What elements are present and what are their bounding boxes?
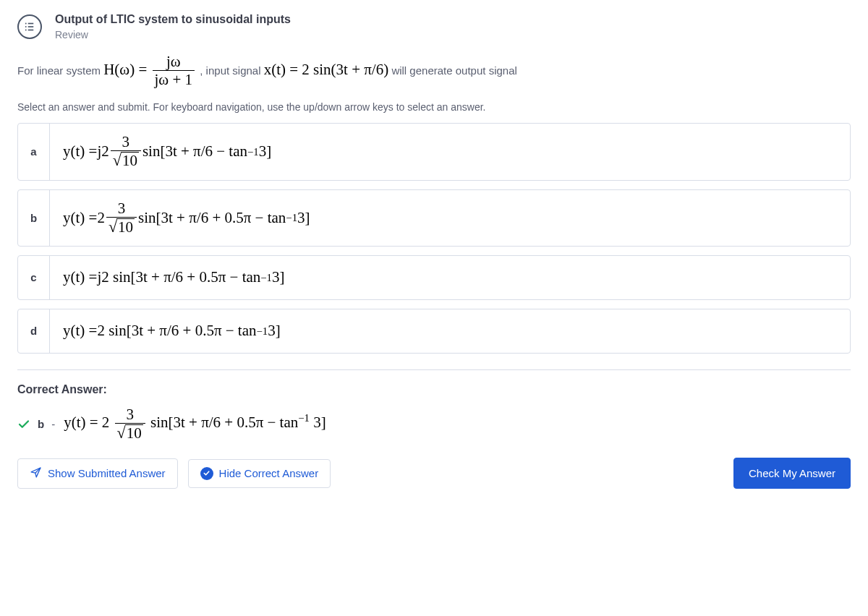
rad-10: 10 xyxy=(116,218,135,236)
question-header: Output of LTIC system to sinusoidal inpu… xyxy=(17,13,851,40)
close-3: 3] xyxy=(268,322,281,340)
answer-letter-b: b xyxy=(18,190,50,246)
answer-content-c: y(t) = j2 sin[3t + π/6 + 0.5π − tan−1 3] xyxy=(50,256,850,299)
frac-num: jω xyxy=(164,54,183,70)
frac-den: jω + 1 xyxy=(153,70,195,88)
close-3: 3] xyxy=(297,209,310,227)
question-pre: For linear system xyxy=(17,64,103,77)
correct-letter: b xyxy=(38,418,44,430)
y-eq: y(t) = xyxy=(63,209,97,227)
coef-j2: j2 xyxy=(97,142,109,161)
coef-2: 2 xyxy=(102,414,110,431)
svg-point-2 xyxy=(25,26,27,27)
answer-letter-d: d xyxy=(18,309,50,353)
svg-point-0 xyxy=(25,23,27,25)
sin-part: j2 sin[3t + π/6 + 0.5π − tan xyxy=(97,268,260,286)
instruction-text: Select an answer and submit. For keyboar… xyxy=(17,101,851,113)
question-list-icon xyxy=(17,14,42,39)
close-3: 3] xyxy=(272,268,285,286)
question-body: For linear system H(ω) = jω jω + 1 , inp… xyxy=(17,54,851,88)
svg-point-4 xyxy=(25,30,27,31)
answer-content-b: y(t) = 2 3 √10 sin[3t + π/6 + 0.5π − tan… xyxy=(50,190,850,246)
show-submitted-button[interactable]: Show Submitted Answer xyxy=(17,458,178,489)
close-3: 3] xyxy=(310,414,326,431)
y-eq: y(t) = xyxy=(64,414,102,431)
transfer-fraction: jω jω + 1 xyxy=(153,54,195,88)
answer-content-a: y(t) = j2 3 √10 sin[3t + π/6 − tan−1 3] xyxy=(50,124,850,179)
answer-option-a[interactable]: a y(t) = j2 3 √10 sin[3t + π/6 − tan−1 3… xyxy=(17,123,851,180)
correct-answer-math: y(t) = 2 3 √10 sin[3t + π/6 + 0.5π − tan… xyxy=(64,406,326,442)
paper-plane-icon xyxy=(30,466,42,481)
rad-10: 10 xyxy=(121,152,139,169)
answer-option-b[interactable]: b y(t) = 2 3 √10 sin[3t + π/6 + 0.5π − t… xyxy=(17,189,851,247)
close-3: 3] xyxy=(259,142,272,161)
dash: - xyxy=(51,418,55,430)
sin-part: sin[3t + π/6 − tan xyxy=(142,142,247,161)
check-my-answer-button[interactable]: Check My Answer xyxy=(733,458,851,489)
question-post: will generate output signal xyxy=(391,64,516,77)
frac-correct: 3 √10 xyxy=(115,406,145,442)
check-circle-icon xyxy=(200,467,213,480)
num-3: 3 xyxy=(116,200,128,217)
question-title: Output of LTIC system to sinusoidal inpu… xyxy=(55,13,291,26)
section-divider xyxy=(17,369,851,370)
sqrt-10: √10 xyxy=(117,424,143,442)
show-submitted-label: Show Submitted Answer xyxy=(48,467,166,479)
frac-a: 3 √10 xyxy=(111,134,141,169)
h-label: H(ω) = xyxy=(103,61,150,78)
frac-b: 3 √10 xyxy=(106,200,137,236)
answer-option-c[interactable]: c y(t) = j2 sin[3t + π/6 + 0.5π − tan−1 … xyxy=(17,255,851,300)
y-eq: y(t) = xyxy=(63,142,97,161)
y-eq: y(t) = xyxy=(63,322,97,340)
hide-correct-button[interactable]: Hide Correct Answer xyxy=(188,459,331,488)
question-mid: , input signal xyxy=(200,64,263,77)
sup-neg1: −1 xyxy=(298,412,310,424)
question-subtitle: Review xyxy=(55,29,291,40)
sin-part: sin[3t + π/6 + 0.5π − tan xyxy=(150,414,298,431)
answer-option-d[interactable]: d y(t) = 2 sin[3t + π/6 + 0.5π − tan−1 3… xyxy=(17,309,851,354)
hide-correct-label: Hide Correct Answer xyxy=(219,467,319,479)
sin-part: 2 sin[3t + π/6 + 0.5π − tan xyxy=(97,322,256,340)
sqrt-10: √10 xyxy=(109,218,135,236)
correct-answer-heading: Correct Answer: xyxy=(17,383,851,396)
y-eq: y(t) = xyxy=(63,268,97,286)
rad-10: 10 xyxy=(125,424,143,442)
answer-content-d: y(t) = 2 sin[3t + π/6 + 0.5π − tan−1 3] xyxy=(50,309,850,353)
answer-letter-c: c xyxy=(18,256,50,299)
answer-letter-a: a xyxy=(18,124,50,179)
x-label: x(t) = 2 sin(3t + π/6) xyxy=(264,61,389,78)
num-3: 3 xyxy=(124,406,136,423)
checkmark-icon xyxy=(17,418,30,431)
sqrt-10: √10 xyxy=(113,152,139,169)
correct-answer-row: b - y(t) = 2 3 √10 sin[3t + π/6 + 0.5π −… xyxy=(17,406,851,442)
button-row: Show Submitted Answer Hide Correct Answe… xyxy=(17,458,851,489)
sin-part: sin[3t + π/6 + 0.5π − tan xyxy=(138,209,286,227)
coef-2: 2 xyxy=(97,209,105,227)
num-3: 3 xyxy=(120,134,132,150)
